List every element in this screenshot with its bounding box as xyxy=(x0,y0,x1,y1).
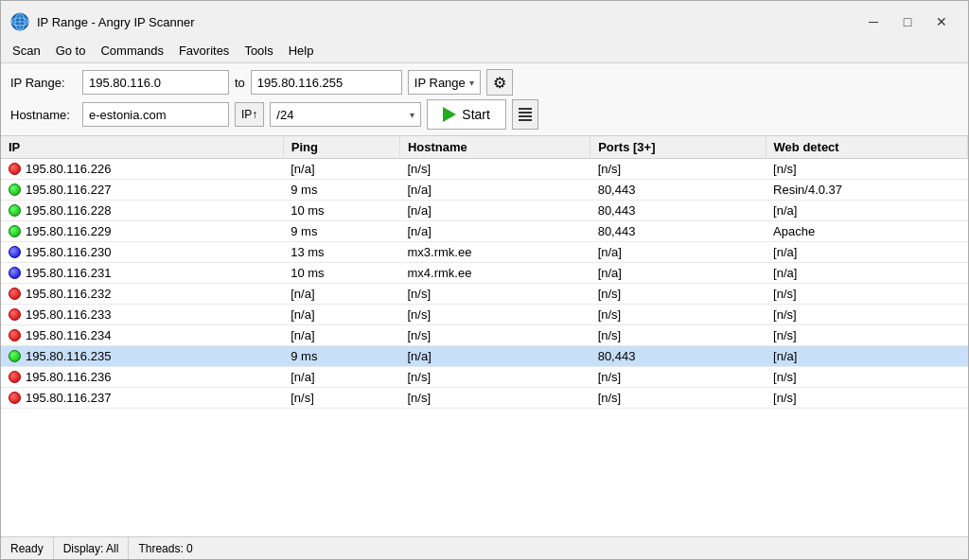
cell-hostname: [n/a] xyxy=(399,180,590,201)
table-row[interactable]: 195.80.116.229 9 ms [n/a] 80,443 Apache xyxy=(1,221,968,242)
cell-hostname: [n/s] xyxy=(399,325,590,346)
cell-webdetect: [n/s] xyxy=(766,305,967,325)
maximize-button[interactable]: □ xyxy=(892,11,923,32)
cell-webdetect: [n/a] xyxy=(766,263,967,284)
cell-ping: [n/a] xyxy=(283,367,399,388)
range-end-input[interactable] xyxy=(251,70,402,95)
col-webdetect[interactable]: Web detect xyxy=(766,136,967,159)
table-row[interactable]: 195.80.116.236 [n/a] [n/s] [n/s] [n/s] xyxy=(1,367,968,388)
col-ip[interactable]: IP xyxy=(1,136,283,159)
play-icon xyxy=(443,107,456,122)
hostname-input[interactable] xyxy=(82,102,229,127)
cell-ports: [n/s] xyxy=(590,367,766,388)
table-row[interactable]: 195.80.116.228 10 ms [n/a] 80,443 [n/a] xyxy=(1,201,968,221)
cell-ip: 195.80.116.235 xyxy=(1,346,283,367)
menu-item-help[interactable]: Help xyxy=(281,41,322,61)
status-dot-icon xyxy=(9,246,21,258)
cell-hostname: [n/s] xyxy=(399,284,590,305)
ip-value: 195.80.116.227 xyxy=(26,183,111,197)
table-row[interactable]: 195.80.116.233 [n/a] [n/s] [n/s] [n/s] xyxy=(1,305,968,325)
menu-item-tools[interactable]: Tools xyxy=(237,41,280,61)
status-dot-icon xyxy=(9,184,21,196)
ip-value: 195.80.116.229 xyxy=(26,224,111,238)
menu-item-scan[interactable]: Scan xyxy=(5,41,48,61)
cell-ping: 9 ms xyxy=(283,221,399,242)
ip-range-dropdown[interactable]: IP Range ▾ xyxy=(408,70,481,95)
status-dot-icon xyxy=(9,392,21,404)
table-row[interactable]: 195.80.116.230 13 ms mx3.rmk.ee [n/a] [n… xyxy=(1,242,968,263)
cell-ports: 80,443 xyxy=(590,201,766,221)
table-row[interactable]: 195.80.116.234 [n/a] [n/s] [n/s] [n/s] xyxy=(1,325,968,346)
cell-webdetect: Resin/4.0.37 xyxy=(766,180,967,201)
menu-item-favorites[interactable]: Favorites xyxy=(171,41,237,61)
status-dot-icon xyxy=(9,267,21,279)
ip-value: 195.80.116.226 xyxy=(26,162,111,176)
app-icon xyxy=(10,12,29,31)
menu-item-commands[interactable]: Commands xyxy=(93,41,170,61)
to-label: to xyxy=(235,76,245,90)
ip-value: 195.80.116.235 xyxy=(26,349,111,363)
col-ports[interactable]: Ports [3+] xyxy=(590,136,766,159)
toolbar-row-2: Hostname: IP↑ /24 ▾ Start xyxy=(10,99,959,130)
list-view-button[interactable] xyxy=(512,99,538,130)
status-dot-icon xyxy=(9,204,21,217)
close-button[interactable]: ✕ xyxy=(926,11,957,32)
cell-webdetect: [n/s] xyxy=(766,325,967,346)
status-dot-icon xyxy=(9,308,21,321)
cell-ip: 195.80.116.226 xyxy=(1,159,283,180)
table-body: 195.80.116.226 [n/a] [n/s] [n/s] [n/s] 1… xyxy=(1,159,968,409)
ip-value: 195.80.116.231 xyxy=(26,266,111,280)
window-controls: ─ □ ✕ xyxy=(858,11,957,32)
ip-value: 195.80.116.233 xyxy=(26,307,111,322)
ip-range-label: IP Range: xyxy=(10,76,77,90)
cell-webdetect: Apache xyxy=(766,221,967,242)
cell-ping: [n/a] xyxy=(283,284,399,305)
menu-item-go-to[interactable]: Go to xyxy=(48,41,94,61)
ip-direction-button[interactable]: IP↑ xyxy=(235,102,264,127)
cell-ports: 80,443 xyxy=(590,180,766,201)
cell-ip: 195.80.116.230 xyxy=(1,242,283,263)
cell-ip: 195.80.116.232 xyxy=(1,284,283,305)
table-row[interactable]: 195.80.116.231 10 ms mx4.rmk.ee [n/a] [n… xyxy=(1,263,968,284)
start-button[interactable]: Start xyxy=(427,99,506,130)
cell-ip: 195.80.116.237 xyxy=(1,388,283,409)
col-ping[interactable]: Ping xyxy=(283,136,399,159)
cell-ports: 80,443 xyxy=(590,346,766,367)
title-bar: IP Range - Angry IP Scanner ─ □ ✕ xyxy=(1,1,968,39)
table-row[interactable]: 195.80.116.232 [n/a] [n/s] [n/s] [n/s] xyxy=(1,284,968,305)
minimize-button[interactable]: ─ xyxy=(858,11,889,32)
col-hostname[interactable]: Hostname xyxy=(399,136,590,159)
table-row[interactable]: 195.80.116.226 [n/a] [n/s] [n/s] [n/s] xyxy=(1,159,968,180)
cell-ports: 80,443 xyxy=(590,221,766,242)
gear-button[interactable]: ⚙ xyxy=(486,69,513,96)
cell-ping: 9 ms xyxy=(283,180,399,201)
toolbar: IP Range: to IP Range ▾ ⚙ Hostname: IP↑ … xyxy=(1,63,968,136)
cell-hostname: mx4.rmk.ee xyxy=(399,263,590,284)
cell-webdetect: [n/s] xyxy=(766,388,967,409)
cell-ping: [n/a] xyxy=(283,159,399,180)
cell-ping: [n/a] xyxy=(283,325,399,346)
subnet-dropdown[interactable]: /24 ▾ xyxy=(270,102,421,127)
range-start-input[interactable] xyxy=(82,70,229,95)
cell-ping: 10 ms xyxy=(283,201,399,221)
status-dot-icon xyxy=(9,371,21,383)
cell-ports: [n/a] xyxy=(590,242,766,263)
cell-webdetect: [n/a] xyxy=(766,346,967,367)
cell-hostname: [n/a] xyxy=(399,221,590,242)
cell-ip: 195.80.116.227 xyxy=(1,180,283,201)
cell-ping: [n/a] xyxy=(283,305,399,325)
cell-ip: 195.80.116.234 xyxy=(1,325,283,346)
cell-ports: [n/a] xyxy=(590,263,766,284)
cell-webdetect: [n/a] xyxy=(766,201,967,221)
ip-value: 195.80.116.234 xyxy=(26,328,111,342)
cell-ip: 195.80.116.236 xyxy=(1,367,283,388)
table-row[interactable]: 195.80.116.237 [n/s] [n/s] [n/s] [n/s] xyxy=(1,388,968,409)
cell-webdetect: [n/s] xyxy=(766,367,967,388)
cell-ports: [n/s] xyxy=(590,159,766,180)
cell-ports: [n/s] xyxy=(590,284,766,305)
cell-ping: 13 ms xyxy=(283,242,399,263)
cell-ip: 195.80.116.231 xyxy=(1,263,283,284)
results-table: IP Ping Hostname Ports [3+] Web detect 1… xyxy=(1,136,968,409)
table-row[interactable]: 195.80.116.227 9 ms [n/a] 80,443 Resin/4… xyxy=(1,180,968,201)
table-row[interactable]: 195.80.116.235 9 ms [n/a] 80,443 [n/a] xyxy=(1,346,968,367)
